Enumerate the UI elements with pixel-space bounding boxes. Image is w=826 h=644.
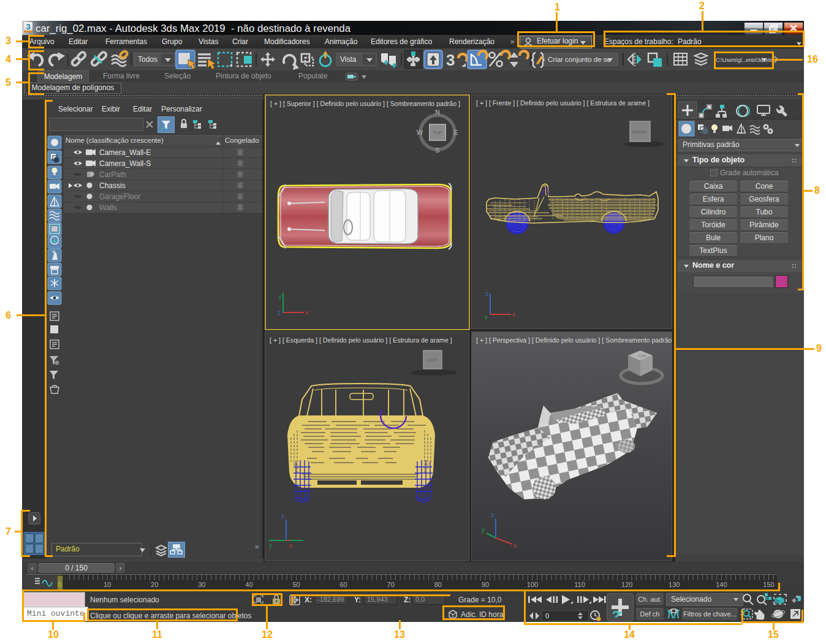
svg-text:CarPath: CarPath (99, 170, 126, 179)
svg-text:Vista: Vista (340, 55, 357, 64)
svg-text:150: 150 (763, 581, 774, 588)
svg-text:z: z (278, 309, 281, 316)
svg-text:x: x (289, 542, 292, 549)
svg-text:N: N (435, 109, 440, 116)
svg-text:z: z (485, 290, 488, 297)
svg-text:y: y (269, 542, 272, 549)
svg-text:y: y (485, 314, 488, 320)
svg-text:140: 140 (716, 581, 727, 588)
svg-text:3: 3 (446, 51, 455, 69)
svg-text:130: 130 (669, 581, 680, 588)
svg-text:y: y (482, 526, 485, 533)
svg-text:120: 120 (621, 581, 632, 588)
svg-text:y: y (278, 294, 281, 300)
svg-text:Todos: Todos (138, 55, 157, 64)
svg-text:Chassis: Chassis (99, 181, 126, 190)
svg-text:40: 40 (245, 581, 252, 588)
svg-text:100: 100 (527, 581, 538, 588)
svg-text:90: 90 (482, 581, 489, 588)
svg-text:GarageFloor: GarageFloor (99, 192, 140, 201)
svg-text:TOP: TOP (638, 354, 646, 358)
svg-text:LEFT: LEFT (427, 358, 438, 362)
svg-text:50: 50 (292, 581, 300, 588)
svg-text:x: x (513, 542, 517, 549)
svg-text:x: x (512, 311, 515, 318)
svg-text:W: W (417, 129, 423, 136)
svg-text:Camera_Wall-S: Camera_Wall-S (99, 159, 151, 168)
svg-text:S: S (435, 146, 439, 153)
svg-text:Criar conjunto de se: Criar conjunto de se (548, 56, 611, 63)
svg-text:x: x (305, 309, 308, 316)
svg-text:FRONT: FRONT (632, 130, 648, 134)
svg-text:10: 10 (104, 581, 111, 588)
svg-text:30: 30 (198, 581, 205, 588)
svg-text:TOP: TOP (433, 131, 442, 135)
svg-text:70: 70 (387, 581, 395, 588)
svg-text:20: 20 (151, 581, 158, 588)
svg-text:E: E (453, 129, 458, 136)
svg-text:z: z (491, 512, 494, 518)
svg-text:z: z (281, 513, 284, 520)
svg-text:Walls: Walls (99, 203, 117, 212)
svg-text:110: 110 (574, 581, 585, 588)
svg-text:80: 80 (434, 581, 442, 588)
svg-text:60: 60 (339, 581, 347, 588)
svg-text:Camera_Wall-E: Camera_Wall-E (99, 148, 151, 157)
